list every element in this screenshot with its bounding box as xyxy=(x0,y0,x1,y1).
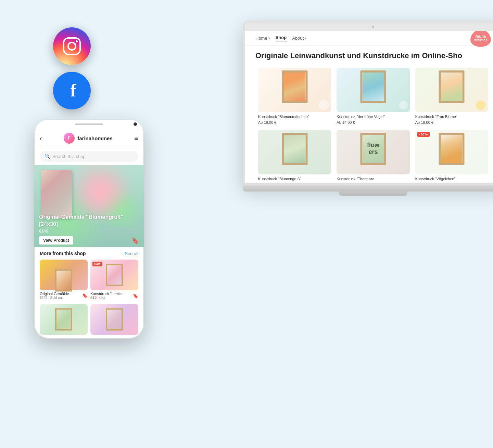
avatar: F xyxy=(64,133,75,144)
product-frame-4 xyxy=(282,133,307,165)
product-thumbnails: Original Gemälde... €249 · Sold out 🔖 Sa… xyxy=(40,260,138,335)
social-icons-container: f xyxy=(53,27,91,109)
thumb-info-2: Kunstdruck "Lieblin... €12 €24 🔖 xyxy=(90,290,138,301)
brand-logo: farina hommes xyxy=(470,31,491,47)
product-image-2 xyxy=(337,68,409,112)
product-frame-2 xyxy=(360,70,386,103)
svg-point-2 xyxy=(76,40,78,42)
featured-price: €149 xyxy=(39,229,139,234)
bookmark-icon[interactable]: 🔖 xyxy=(131,237,139,245)
product-name-1: Kunstdruck "Blumenmädchen" xyxy=(258,114,331,119)
product-image-1 xyxy=(258,68,331,112)
svg-rect-0 xyxy=(64,38,80,54)
more-from-shop-section: More from this shop See all Original Gem… xyxy=(34,247,144,338)
laptop-stand xyxy=(339,192,407,196)
thumb-img-3 xyxy=(40,304,88,335)
back-icon[interactable]: ‹ xyxy=(40,134,42,142)
facebook-icon: f xyxy=(67,82,76,100)
featured-product-info: Original Gemälde "Blumengruß" [24x30] €1… xyxy=(39,214,139,234)
instagram-icon xyxy=(62,36,82,56)
laptop-camera-bar xyxy=(245,23,493,31)
phone-header: ‹ F farinahommes ≡ xyxy=(34,129,144,147)
hero-title: Originale Leinwandkunst und Kunstdrucke … xyxy=(245,46,493,65)
phone-featured-image: Original Gemälde "Blumengruß" [24x30] €1… xyxy=(34,165,144,247)
nav-about-label: About xyxy=(292,36,304,41)
laptop-mockup: Home ▾ Shop About ▾ farina hommes xyxy=(243,21,493,198)
see-all-link[interactable]: See all xyxy=(125,251,138,256)
product-frame-6 xyxy=(439,133,465,165)
product-card-4[interactable]: Kunstdruck "Blumengruß" xyxy=(255,127,334,185)
product-card-2[interactable]: Kunstdruck "der frühe Vogel" Ab 14,00 € xyxy=(334,65,412,127)
search-placeholder: Search this shop xyxy=(52,154,86,159)
nav-shop-label: Shop xyxy=(276,35,287,40)
nav-shop[interactable]: Shop xyxy=(276,35,287,41)
nav-home-label: Home xyxy=(255,36,267,41)
phone-username: farinahommes xyxy=(77,135,113,141)
thumb-img-4 xyxy=(90,304,138,335)
facebook-button[interactable]: f xyxy=(53,72,91,109)
hamburger-icon[interactable]: ≡ xyxy=(134,134,138,142)
about-chevron-icon: ▾ xyxy=(305,36,306,40)
nav-about[interactable]: About ▾ xyxy=(292,36,306,41)
thumb-img-1 xyxy=(40,260,88,290)
featured-title: Original Gemälde "Blumengruß" [24x30] xyxy=(39,214,139,228)
camera-dot xyxy=(372,26,374,28)
products-grid: Kunstdruck "Blumenmädchen" Ab 18,00 € Ku… xyxy=(245,65,493,185)
thumbnail-3[interactable] xyxy=(40,304,88,335)
product-name-4: Kunstdruck "Blumengruß" xyxy=(258,176,331,181)
product-card-1[interactable]: Kunstdruck "Blumenmädchen" Ab 18,00 € xyxy=(255,65,334,127)
product-image-3 xyxy=(415,68,488,112)
phone-search-bar[interactable]: 🔍 Search this shop xyxy=(40,151,138,162)
product-price-2: Ab 14,00 € xyxy=(337,120,409,124)
bookmark-icon-2[interactable]: 🔖 xyxy=(133,293,138,299)
more-header: More from this shop See all xyxy=(40,251,138,256)
phone-notch xyxy=(34,120,144,129)
thumb-info-1: Original Gemälde... €249 · Sold out 🔖 xyxy=(40,290,88,301)
more-title: More from this shop xyxy=(40,251,86,256)
thumb-name-2: Kunstdruck "Lieblin... xyxy=(90,292,126,296)
home-chevron-icon: ▾ xyxy=(268,36,270,40)
laptop-nav: Home ▾ Shop About ▾ farina hommes xyxy=(245,31,493,46)
laptop-content: Home ▾ Shop About ▾ farina hommes xyxy=(245,31,493,185)
product-price-1: Ab 18,00 € xyxy=(258,120,331,124)
product-name-2: Kunstdruck "der frühe Vogel" xyxy=(337,114,409,119)
sale-badge-6: - 50 % xyxy=(417,132,430,137)
product-image-6: - 50 % xyxy=(415,130,488,174)
product-card-6[interactable]: - 50 % Kunstdruck "Vögelchen" xyxy=(413,127,491,185)
product-frame-5: flowers xyxy=(360,133,386,165)
view-product-button[interactable]: View Product xyxy=(39,236,73,245)
product-name-3: Kunstdruck "Frau Blume" xyxy=(415,114,488,119)
search-icon: 🔍 xyxy=(45,154,50,159)
laptop-base xyxy=(243,185,493,192)
product-name-5: Kunstdruck "There are xyxy=(337,176,409,181)
product-image-5: flowers xyxy=(337,130,409,174)
thumb-img-2: Sale xyxy=(90,260,138,290)
product-card-3[interactable]: Kunstdruck "Frau Blume" Ab 18,00 € xyxy=(413,65,491,127)
bookmark-icon-1[interactable]: 🔖 xyxy=(82,293,88,298)
phone-user: F farinahommes xyxy=(64,133,113,144)
product-frame-1 xyxy=(282,70,307,103)
phone-notch-bar xyxy=(75,123,103,125)
nav-home[interactable]: Home ▾ xyxy=(255,36,270,41)
nav-links: Home ▾ Shop About ▾ xyxy=(255,35,306,41)
product-name-6: Kunstdruck "Vögelchen" xyxy=(415,176,488,181)
product-image-4 xyxy=(258,130,331,174)
laptop-screen: Home ▾ Shop About ▾ farina hommes xyxy=(243,21,493,185)
svg-point-1 xyxy=(68,42,76,50)
thumb-name-1: Original Gemälde... xyxy=(40,292,72,296)
product-price-3: Ab 18,00 € xyxy=(415,120,488,124)
thumbnail-1[interactable]: Original Gemälde... €249 · Sold out 🔖 xyxy=(40,260,88,301)
logo-line1: farina xyxy=(476,34,486,38)
logo-line2: hommes xyxy=(474,38,487,42)
thumbnail-4[interactable] xyxy=(90,304,138,335)
thumb-price-2: €12 €24 xyxy=(90,296,126,300)
sale-badge-2: Sale xyxy=(92,262,102,266)
thumbnail-2[interactable]: Sale Kunstdruck "Lieblin... €12 €24 🔖 xyxy=(90,260,138,301)
phone-mockup: ‹ F farinahommes ≡ 🔍 Search this shop Or… xyxy=(34,120,144,339)
thumb-status-1: €249 · Sold out xyxy=(40,296,72,300)
phone-camera xyxy=(134,122,137,126)
product-card-5[interactable]: flowers Kunstdruck "There are xyxy=(334,127,412,185)
instagram-button[interactable] xyxy=(53,27,91,65)
product-frame-3 xyxy=(439,70,465,103)
